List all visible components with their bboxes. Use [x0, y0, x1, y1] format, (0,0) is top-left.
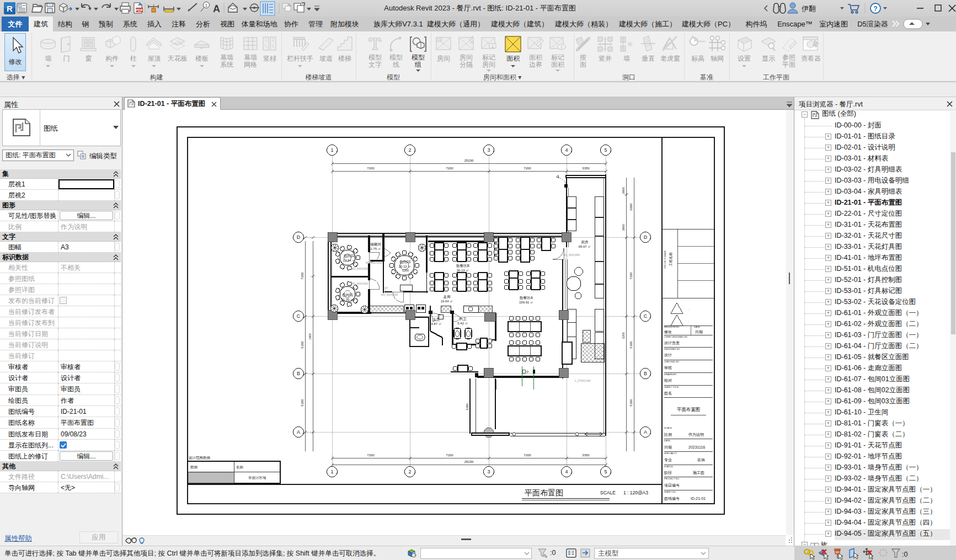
svg-text:R: R [7, 4, 13, 13]
svg-text:DATE.: DATE. [694, 326, 701, 328]
svg-text:REVISION NO: REVISION NO [664, 326, 680, 328]
svg-text:WD_900X1800: WD_900X1800 [563, 254, 580, 257]
svg-text:3350: 3350 [582, 454, 590, 457]
svg-text:1: 1 [560, 45, 563, 49]
svg-text:5300: 5300 [629, 399, 633, 407]
svg-text:4.87 ㎡: 4.87 ㎡ [431, 322, 441, 326]
svg-text:20.12 ㎡: 20.12 ㎡ [399, 265, 412, 268]
svg-text:图名: 图名 [664, 391, 672, 396]
svg-text:CHECKED BY.: CHECKED BY. [664, 360, 680, 363]
svg-text:3: 3 [487, 147, 490, 153]
svg-text:2: 2 [408, 469, 411, 474]
svg-text:散餐区B: 散餐区B [456, 264, 469, 268]
svg-text:3200: 3200 [622, 332, 625, 339]
svg-text:7200: 7200 [524, 454, 531, 457]
svg-text:5: 5 [604, 469, 607, 474]
svg-text:SCALE.: SCALE. [664, 426, 672, 429]
svg-text:B: B [644, 371, 647, 376]
svg-text:厨房: 厨房 [581, 240, 589, 244]
svg-text:3: 3 [487, 469, 490, 474]
svg-text:包间03: 包间03 [399, 260, 411, 264]
svg-text:PDF: PDF [136, 8, 143, 12]
svg-text:PROJECT NO.: PROJECT NO. [664, 477, 680, 480]
svg-text:WD_800X1800: WD_800X1800 [366, 262, 383, 264]
svg-text:SHEET NO.: SHEET NO. [664, 490, 677, 493]
svg-text:STATUS.: STATUS. [664, 465, 674, 468]
svg-text:非设计区域: 非设计区域 [248, 476, 266, 479]
svg-text:19.64 ㎡: 19.64 ㎡ [441, 300, 453, 303]
svg-text:5350: 5350 [466, 403, 469, 410]
svg-text:A: A [213, 3, 220, 14]
svg-text:A: A [644, 429, 647, 435]
svg-text:2: 2 [408, 147, 411, 153]
svg-text:图例: 图例 [190, 465, 197, 470]
svg-text:工程名称: 工程名称 [669, 252, 673, 267]
svg-text:审核: 审核 [664, 366, 672, 370]
svg-text:施工图: 施工图 [693, 471, 704, 475]
svg-text:1: 1 [492, 44, 494, 48]
svg-text:7200: 7200 [446, 167, 453, 170]
svg-text:5300: 5300 [301, 341, 304, 349]
svg-text:C: C [297, 313, 301, 319]
svg-text:名称: 名称 [236, 465, 244, 470]
svg-text:WD_800X2400: WD_800X2400 [351, 282, 368, 285]
svg-text:7200: 7200 [524, 167, 531, 170]
svg-text:-1: -1 [691, 35, 694, 38]
svg-text:25150: 25150 [464, 159, 474, 162]
svg-text:7200: 7200 [446, 454, 453, 457]
svg-text:日期: 日期 [695, 330, 703, 334]
svg-text:项目编号: 项目编号 [664, 483, 680, 488]
svg-text:A: A [297, 429, 300, 435]
svg-text:159.91 ㎡: 159.91 ㎡ [519, 301, 533, 304]
svg-text:C_2740X1460: C_2740X1460 [575, 380, 591, 382]
svg-text:1: 1 [330, 469, 333, 474]
svg-text:CHIEF DESIGNED BY.: CHIEF DESIGNED BY. [664, 335, 688, 338]
svg-text:阶段: 阶段 [664, 471, 672, 475]
svg-text:SCALE: SCALE [600, 490, 616, 495]
svg-text:30.13 ㎡: 30.13 ㎡ [457, 269, 469, 272]
svg-text:5: 5 [604, 147, 607, 153]
svg-text:3600: 3600 [622, 224, 625, 231]
svg-text:D: D [644, 234, 648, 240]
svg-text:设计范围图例: 设计范围图例 [189, 456, 210, 460]
svg-text::0: :0 [902, 551, 907, 558]
svg-text:设计: 设计 [664, 353, 672, 357]
svg-text:SHEET TITLE: SHEET TITLE [664, 386, 679, 388]
svg-text:7200: 7200 [301, 272, 304, 280]
svg-text:?: ? [873, 5, 877, 13]
svg-text:作为说明: 作为说明 [688, 433, 704, 437]
svg-text:GP: GP [384, 287, 388, 290]
svg-text:C: C [644, 313, 648, 319]
svg-text:65.67 ㎡: 65.67 ㎡ [579, 245, 591, 248]
svg-text:D: D [297, 234, 301, 240]
svg-text:比例: 比例 [664, 433, 672, 437]
svg-text:WD_800X2400: WD_800X2400 [351, 268, 368, 270]
svg-text:5300: 5300 [301, 399, 304, 407]
svg-text:12.94 ㎡: 12.94 ㎡ [343, 259, 356, 262]
svg-text:3350: 3350 [582, 167, 590, 170]
svg-text:2.75 ㎡: 2.75 ㎡ [370, 247, 381, 250]
svg-text:DESIGNED BY.: DESIGNED BY. [664, 348, 680, 350]
svg-text:装饰: 装饰 [697, 458, 705, 462]
svg-text:SPECIALTY.: SPECIALTY. [664, 452, 677, 455]
svg-text:平面布置图: 平面布置图 [677, 407, 701, 412]
svg-text:1: 1 [330, 147, 333, 153]
svg-text:伊翻: 伊翻 [802, 4, 816, 13]
svg-text:20231116: 20231116 [688, 445, 705, 449]
svg-text:DATE.: DATE. [664, 439, 671, 442]
svg-text:5300: 5300 [629, 341, 633, 349]
svg-text:7200: 7200 [367, 454, 375, 457]
svg-text:11.20 ㎡: 11.20 ㎡ [341, 298, 354, 301]
svg-text:走廊: 走廊 [444, 295, 451, 299]
svg-text:PROJECT NAME: PROJECT NAME [664, 250, 666, 268]
svg-text:ID-21-01: ID-21-01 [691, 497, 706, 500]
svg-text:DRAWN BY.: DRAWN BY. [664, 373, 677, 376]
svg-text:女卫: 女卫 [433, 317, 441, 321]
svg-text:7200: 7200 [367, 167, 375, 170]
svg-text:4: 4 [565, 469, 568, 474]
svg-text:1800: 1800 [308, 333, 312, 340]
svg-text:25150: 25150 [464, 460, 474, 463]
svg-text:6000: 6000 [629, 203, 633, 211]
svg-text:包间01: 包间01 [341, 293, 354, 297]
svg-text:1200: 1200 [402, 269, 409, 272]
